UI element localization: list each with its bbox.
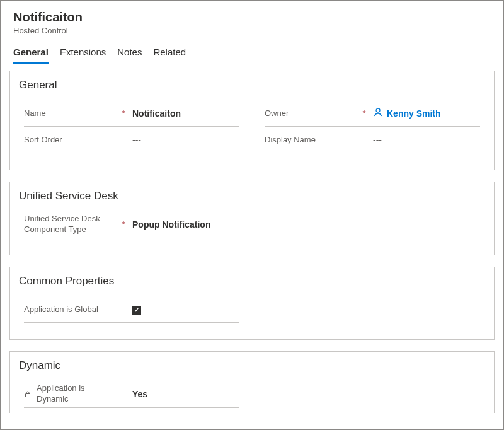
value-component-type[interactable]: Popup Notification: [129, 219, 239, 230]
field-name[interactable]: Name * Notificaiton: [24, 100, 239, 127]
tab-extensions[interactable]: Extensions: [60, 47, 106, 64]
lock-icon: [24, 390, 32, 398]
value-name[interactable]: Notificaiton: [129, 108, 239, 119]
value-app-dynamic: Yes: [129, 389, 239, 399]
tab-general[interactable]: General: [13, 47, 49, 64]
label-owner: Owner: [265, 108, 359, 118]
value-owner[interactable]: Kenny Smith: [369, 107, 480, 119]
section-dynamic: Dynamic Application is Dynamic Yes: [9, 351, 495, 413]
person-icon: [373, 107, 383, 119]
required-indicator: *: [359, 108, 369, 118]
field-global[interactable]: Application is Global ✓: [24, 296, 239, 323]
label-app-dynamic: Application is Dynamic: [24, 383, 118, 405]
tab-notes[interactable]: Notes: [117, 47, 142, 64]
tab-bar: General Extensions Notes Related: [1, 35, 503, 64]
section-title-general: General: [19, 79, 485, 91]
section-title-dynamic: Dynamic: [19, 359, 485, 372]
section-general: General Name * Notificaiton Sort Order -…: [9, 71, 495, 170]
section-title-usd: Unified Service Desk: [19, 190, 485, 202]
field-display-name[interactable]: Display Name ---: [265, 127, 480, 153]
label-name: Name: [24, 108, 118, 118]
required-indicator: *: [118, 108, 129, 118]
value-sort-order[interactable]: ---: [129, 135, 239, 145]
svg-point-0: [376, 108, 380, 112]
label-display-name: Display Name: [265, 135, 359, 144]
section-common: Common Properties Application is Global …: [9, 267, 495, 340]
label-component-type: Unified Service Desk Component Type: [24, 214, 118, 235]
field-owner[interactable]: Owner * Kenny Smith: [265, 100, 480, 127]
tab-related[interactable]: Related: [153, 47, 186, 64]
field-sort-order[interactable]: Sort Order ---: [24, 127, 239, 153]
checkbox-global[interactable]: ✓: [132, 306, 141, 315]
field-component-type[interactable]: Unified Service Desk Component Type * Po…: [24, 211, 239, 238]
label-global: Application is Global: [24, 305, 118, 314]
section-usd: Unified Service Desk Unified Service Des…: [9, 182, 495, 255]
section-title-common: Common Properties: [19, 275, 485, 288]
field-app-dynamic: Application is Dynamic Yes: [24, 381, 239, 408]
page-title: Notificaiton: [13, 9, 491, 25]
svg-rect-1: [26, 393, 30, 397]
owner-name: Kenny Smith: [387, 108, 441, 119]
label-sort-order: Sort Order: [24, 135, 118, 144]
page-subtitle: Hosted Control: [13, 26, 491, 35]
value-display-name[interactable]: ---: [369, 135, 480, 145]
required-indicator: *: [118, 219, 129, 229]
